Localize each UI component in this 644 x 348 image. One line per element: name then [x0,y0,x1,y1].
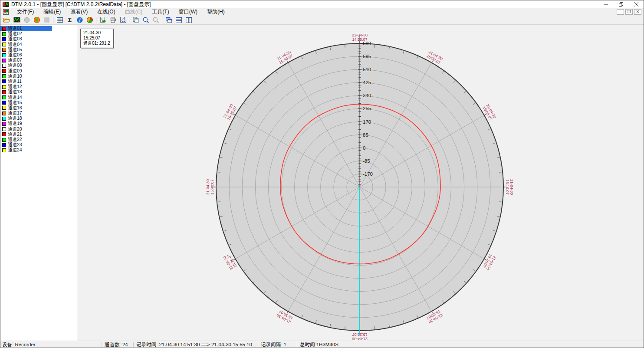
svg-text:21-04-30: 21-04-30 [352,33,368,37]
channel-color-swatch [2,53,6,57]
copy-button[interactable] [131,16,141,24]
mdi-minimize-button[interactable]: – [617,9,624,15]
channel-color-swatch [2,106,6,110]
main-content: 通道01通道02通道03通道04通道05通道06通道07通道08通道09通道10… [0,25,644,341]
svg-text:14:55:07: 14:55:07 [352,37,367,42]
window-title: DTM 2.0.1 - [圆盘显示] [C:\DTM 2.0.2\RealDat… [11,1,151,8]
status-section-1: 设备: Recorder [2,341,36,348]
record-idle-button [22,16,32,24]
stop-button [42,16,52,24]
channel-color-swatch [2,59,6,62]
mdi-child-controls: – ❐ ✕ [617,9,641,15]
channel-color-swatch [2,48,6,52]
svg-text:21-04-30: 21-04-30 [509,179,514,195]
svg-text:-85: -85 [363,158,370,164]
open-file-button[interactable] [2,16,12,24]
channel-color-swatch [2,37,6,41]
status-bar: 设备: Recorder通道数: 24记录时间: 21-04-30 14:51:… [0,341,644,348]
data-table-button[interactable] [55,16,65,24]
svg-text:0: 0 [363,145,365,151]
mdi-restore-button[interactable]: ❐ [625,9,633,15]
channel-color-swatch [2,27,6,31]
tile-vertical-button[interactable] [184,16,194,24]
window-controls [598,0,644,8]
print-preview-button[interactable] [118,16,128,24]
record-active-button[interactable] [32,16,42,24]
channel-label: 通道24 [8,147,22,153]
toolbar: Σi [0,16,644,25]
channel-color-swatch [2,127,6,131]
cascade-windows-button[interactable] [164,16,174,24]
time-label-15:40:07: 21-04-3015:40:07 [206,179,214,195]
channel-color-swatch [2,138,6,142]
status-section-2: 通道数: 24 [105,341,128,348]
minimize-button[interactable] [598,0,613,8]
menu-帮助h[interactable]: 帮助(H) [202,8,230,16]
chart-panel: 21-04-30 15:25:07 通道01: 291.2 6805955104… [77,25,644,341]
svg-text:21-04-30: 21-04-30 [352,337,368,341]
svg-text:255: 255 [363,106,371,111]
toolbar-separator [96,17,96,23]
mdi-document-icon[interactable] [3,9,9,15]
close-button[interactable] [628,0,644,8]
svg-text:85: 85 [363,132,368,138]
circular-chart[interactable]: 680595510425340255170850-85-17021-04-301… [77,25,644,341]
channel-color-swatch [2,64,6,68]
channel-color-swatch [2,112,6,115]
statusbar-divider [102,342,102,347]
time-label-14:55:07: 21-04-3014:55:07 [352,33,368,42]
toolbar-separator [129,17,129,23]
menu-文件f[interactable]: 文件(F) [12,8,39,16]
menu-items: 文件(F)编辑(E)查看(V)在线(O)曲线(C)工具(T)窗口(W)帮助(H) [12,8,230,16]
app-icon [3,1,9,7]
svg-text:-170: -170 [363,171,373,177]
channel-item-24[interactable]: 通道24 [0,148,52,153]
channel-list: 通道01通道02通道03通道04通道05通道06通道07通道08通道09通道10… [0,25,77,341]
channel-color-swatch [2,95,6,99]
svg-text:595: 595 [363,54,371,59]
channel-color-swatch [2,69,6,73]
channel-color-swatch [2,85,6,89]
channel-color-swatch [2,148,6,152]
statusbar-divider [258,342,258,347]
svg-text:425: 425 [363,80,371,85]
print-button[interactable] [108,16,118,24]
menu-编辑e[interactable]: 编辑(E) [39,8,66,16]
info-button[interactable]: i [75,16,85,24]
realtime-curve-button[interactable] [12,16,22,24]
pie-chart-button[interactable] [85,16,95,24]
tooltip-reading: 通道01: 291.2 [83,41,110,46]
channel-color-swatch [2,79,6,83]
menu-在线o[interactable]: 在线(O) [92,8,120,16]
tooltip-time: 15:25:07 [83,36,110,41]
svg-text:170: 170 [363,119,371,125]
channel-color-swatch [2,90,6,94]
channel-color-swatch [2,74,6,78]
zoom-in-button[interactable] [141,16,151,24]
app-window: DTM 2.0.1 - [圆盘显示] [C:\DTM 2.0.2\RealDat… [0,0,644,348]
menu-窗口w[interactable]: 窗口(W) [174,8,202,16]
toolbar-separator [162,17,162,23]
restore-button[interactable] [613,0,628,8]
svg-text:340: 340 [363,93,371,98]
tooltip-date: 21-04-30 [83,30,110,36]
menu-曲线c: 曲线(C) [120,8,148,16]
statistics-button[interactable]: Σ [65,16,75,24]
menu-查看v[interactable]: 查看(V) [66,8,92,16]
title-bar[interactable]: DTM 2.0.1 - [圆盘显示] [C:\DTM 2.0.2\RealDat… [0,0,644,8]
menu-工具t[interactable]: 工具(T) [147,8,174,16]
menu-bar: 文件(F)编辑(E)查看(V)在线(O)曲线(C)工具(T)窗口(W)帮助(H)… [0,8,644,16]
tile-horizontal-button[interactable] [174,16,184,24]
mdi-close-button[interactable]: ✕ [634,9,641,15]
channel-color-swatch [2,117,6,121]
status-section-5: 总时间:1H3M40S [300,341,338,348]
statusbar-divider [133,342,134,347]
svg-text:510: 510 [363,67,371,72]
channel-color-swatch [2,122,6,126]
svg-text:21-04-30: 21-04-30 [206,179,210,195]
channel-color-swatch [2,101,6,105]
export-report-button[interactable] [98,16,108,24]
toolbar-separator [53,17,53,23]
statusbar-divider [297,342,297,347]
svg-text:15:40:07: 15:40:07 [210,179,214,194]
